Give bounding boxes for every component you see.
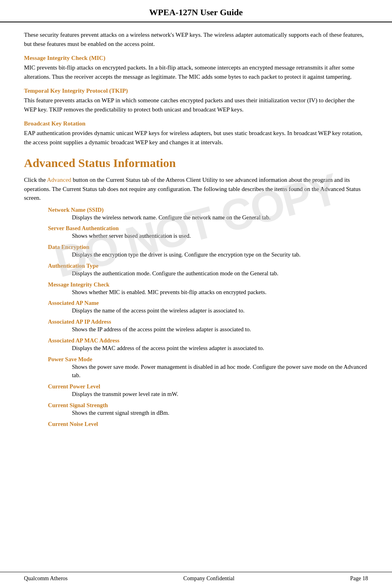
page-header: WPEA-127N User Guide [0,0,392,22]
item-desc-5: Displays the name of the access point th… [72,306,368,315]
item-term-10: Current Signal Strength [48,402,368,409]
item-desc-2: Displays the encryption type the driver … [72,251,368,259]
page-title: WPEA-127N User Guide [24,7,368,18]
advanced-items-list: Network Name (SSID) Displays the wireles… [48,207,368,428]
item-term-5: Associated AP Name [48,300,368,306]
list-item: Data Encryption Displays the encryption … [48,244,368,259]
bkr-body: EAP authentication provides dynamic unic… [24,129,368,147]
list-item: Server Based Authentication Shows whethe… [48,225,368,241]
list-item: Message Integrity Check Shows whether MI… [48,281,368,297]
item-desc-8: Shows the power save mode. Power managem… [72,363,368,380]
tkip-heading: Temporal Key Integrity Protocol (TKIP) [24,88,368,94]
item-desc-3: Displays the authentication mode. Config… [72,269,368,278]
footer-center: Company Confidential [183,575,235,582]
bkr-section: Broadcast Key Rotation EAP authenticatio… [24,120,368,147]
list-item: Authentication Type Displays the authent… [48,263,368,278]
tkip-section: Temporal Key Integrity Protocol (TKIP) T… [24,88,368,114]
page: WPEA-127N User Guide These security feat… [0,0,392,585]
item-term-8: Power Save Mode [48,356,368,363]
page-content: These security features prevent attacks … [0,22,392,572]
intro-paragraph: These security features prevent attacks … [24,30,368,48]
tkip-body: This feature prevents attacks on WEP in … [24,96,368,114]
item-desc-6: Shows the IP address of the access point… [72,325,368,334]
footer-left: Qualcomm Atheros [24,575,68,582]
page-footer: Qualcomm Atheros Company Confidential Pa… [0,572,392,585]
item-desc-0: Displays the wireless network name. Conf… [72,213,368,222]
advanced-intro: Click the Advanced button on the Current… [24,175,368,203]
advanced-intro-before: Click the [24,177,47,183]
list-item: Current Signal Strength Shows the curren… [48,402,368,418]
item-term-2: Data Encryption [48,244,368,251]
advanced-link-word: Advanced [47,177,72,183]
item-term-0: Network Name (SSID) [48,207,368,213]
advanced-heading: Advanced Status Information [24,156,368,170]
item-desc-7: Displays the MAC address of the access p… [72,344,368,353]
list-item: Associated AP Name Displays the name of … [48,300,368,315]
item-desc-4: Shows whether MIC is enabled. MIC preven… [72,288,368,297]
mic-section: Message Integrity Check (MIC) MIC preven… [24,55,368,81]
item-term-9: Current Power Level [48,383,368,390]
mic-heading: Message Integrity Check (MIC) [24,55,368,62]
list-item: Associated AP MAC Address Displays the M… [48,337,368,353]
list-item: Network Name (SSID) Displays the wireles… [48,207,368,222]
list-item: Current Power Level Displays the transmi… [48,383,368,399]
footer-right: Page 18 [350,575,368,582]
item-term-6: Associated AP IP Address [48,318,368,325]
list-item: Associated AP IP Address Shows the IP ad… [48,318,368,334]
item-desc-1: Shows whether server based authenticatio… [72,232,368,241]
item-desc-9: Displays the transmit power level rate i… [72,390,368,399]
advanced-section: Advanced Status Information Click the Ad… [24,156,368,428]
bkr-heading: Broadcast Key Rotation [24,120,368,127]
item-desc-10: Shows the current signal strength in dBm… [72,409,368,418]
list-item: Power Save Mode Shows the power save mod… [48,356,368,380]
item-term-1: Server Based Authentication [48,225,368,232]
advanced-intro-after: button on the Current Status tab of the … [24,177,361,201]
item-term-4: Message Integrity Check [48,281,368,288]
list-item: Current Noise Level [48,421,368,428]
item-term-3: Authentication Type [48,263,368,269]
item-term-11: Current Noise Level [48,421,368,428]
mic-body: MIC prevents bit-flip attacks on encrypt… [24,63,368,81]
item-term-7: Associated AP MAC Address [48,337,368,344]
